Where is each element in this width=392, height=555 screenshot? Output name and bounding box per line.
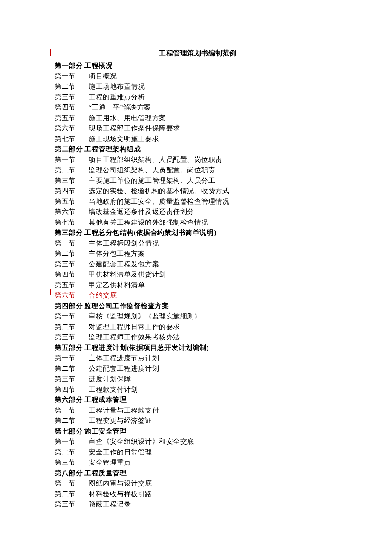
section-row: 第一节审核《监理规划》《监理实施细则》 bbox=[55, 311, 341, 322]
section-label: 第七节 bbox=[55, 134, 89, 145]
part-name: 工程成本管理 bbox=[84, 396, 127, 403]
section-text: 主要施工单位的施工管理架构、人员分工 bbox=[89, 177, 215, 184]
section-text: 材料验收与样板引路 bbox=[89, 490, 152, 497]
section-text: 墙改基金返还条件及返还责任划分 bbox=[89, 208, 194, 215]
part-label: 第二部分 bbox=[55, 144, 83, 155]
part-name: 工程管理架构组成 bbox=[84, 145, 141, 153]
section-label: 第五节 bbox=[55, 113, 89, 124]
section-text: 安全管理重点 bbox=[89, 459, 131, 466]
part-header: 第八部分 工程质量管理 bbox=[55, 468, 341, 479]
section-row: 第二节安全工作的日常管理 bbox=[55, 447, 341, 458]
section-row: 第一节工程计量与工程款支付 bbox=[55, 405, 341, 416]
part-label: 第八部分 bbox=[55, 468, 83, 479]
document-page: 工程管理策划书编制范例 第一部分 工程概况第一节项目概况第二节施工场地布置情况第… bbox=[0, 0, 392, 510]
section-label: 第三节 bbox=[55, 457, 89, 468]
section-label: 第六节 bbox=[55, 207, 89, 217]
section-text: 甲供材料清单及供货计划 bbox=[89, 271, 166, 278]
section-row: 第三节监理工程师工作效果考核办法 bbox=[55, 332, 341, 343]
part-label: 第四部分 bbox=[55, 301, 83, 312]
section-text: “三通一平”解决方案 bbox=[89, 104, 151, 111]
section-label: 第二节 bbox=[55, 416, 89, 426]
section-text: 项目概况 bbox=[89, 72, 117, 80]
section-text: 工程的重难点分析 bbox=[89, 93, 145, 101]
section-label: 第三节 bbox=[55, 176, 89, 186]
section-text: 合约交底 bbox=[89, 292, 117, 299]
section-label: 第一节 bbox=[55, 353, 89, 364]
part-header: 第七部分 施工安全管理 bbox=[55, 426, 341, 437]
section-row: 第三节公建配套工程发包方案 bbox=[55, 259, 341, 270]
section-label: 第二节 bbox=[55, 81, 89, 92]
section-label: 第一节 bbox=[55, 436, 89, 447]
section-text: 监理工程师工作效果考核办法 bbox=[89, 333, 180, 341]
edit-cursor-icon bbox=[50, 49, 51, 56]
section-row: 第二节监理公司组织架构、人员配置、岗位职责 bbox=[55, 165, 341, 176]
section-label: 第二节 bbox=[55, 447, 89, 458]
section-row: 第一节主体工程进度节点计划 bbox=[55, 353, 341, 364]
section-text: 当地政府的施工安全、质量监督检查管理情况 bbox=[89, 198, 229, 205]
part-label: 第一部分 bbox=[55, 61, 83, 71]
section-text: 施工现场文明施工要求 bbox=[89, 135, 159, 142]
section-label: 第一节 bbox=[55, 71, 89, 82]
section-row: 第四节工程款支付计划 bbox=[55, 384, 341, 395]
section-label: 第五节 bbox=[55, 197, 89, 207]
section-row: 第五节当地政府的施工安全、质量监督检查管理情况 bbox=[55, 197, 341, 207]
section-label: 第二节 bbox=[55, 489, 89, 500]
part-header: 第六部分 工程成本管理 bbox=[55, 395, 341, 405]
section-row: 第二节对监理工程师日常工作的要求 bbox=[55, 322, 341, 332]
section-row: 第一节主体工程标段划分情况 bbox=[55, 238, 341, 249]
section-text: 对监理工程师日常工作的要求 bbox=[89, 323, 180, 330]
section-text: 安全工作的日常管理 bbox=[89, 448, 152, 456]
section-row: 第三节安全管理重点 bbox=[55, 457, 341, 468]
document-title: 工程管理策划书编制范例 bbox=[55, 49, 341, 58]
section-text: 工程款支付计划 bbox=[89, 386, 138, 393]
section-label: 第三节 bbox=[55, 259, 89, 270]
section-text: 现场工程部工作条件保障要求 bbox=[89, 124, 180, 132]
section-label: 第二节 bbox=[55, 249, 89, 259]
section-text: 监理公司组织架构、人员配置、岗位职责 bbox=[89, 166, 215, 173]
section-text: 施工场地布置情况 bbox=[89, 83, 145, 90]
section-label: 第四节 bbox=[55, 102, 89, 113]
part-header: 第五部分 工程进度计划(依据项目总开发计划编制) bbox=[55, 343, 341, 353]
section-text: 施工用水、用电管理方案 bbox=[89, 114, 166, 121]
part-name: 工程质量管理 bbox=[84, 469, 127, 477]
part-name: 工程概况 bbox=[84, 62, 112, 69]
section-label: 第六节 bbox=[55, 290, 89, 301]
section-label: 第三节 bbox=[55, 374, 89, 384]
section-text: 审查《安全组织设计》和安全交底 bbox=[89, 438, 194, 445]
section-label: 第一节 bbox=[55, 405, 89, 416]
part-header: 第四部分 监理公司工作监督检查方案 bbox=[55, 301, 341, 312]
section-row: 第三节工程的重难点分析 bbox=[55, 92, 341, 103]
section-row: 第五节施工用水、用电管理方案 bbox=[55, 113, 341, 124]
section-row: 第七节施工现场文明施工要求 bbox=[55, 134, 341, 145]
section-row: 第三节隐蔽工程记录 bbox=[55, 499, 341, 510]
section-text: 主体工程进度节点计划 bbox=[89, 354, 159, 361]
section-row: 第四节选定的实验、检验机构的基本情况、收费方式 bbox=[55, 186, 341, 197]
section-label: 第六节 bbox=[55, 123, 89, 134]
section-text: 甲定乙供材料清单 bbox=[89, 281, 145, 289]
section-label: 第二节 bbox=[55, 322, 89, 332]
section-label: 第二节 bbox=[55, 364, 89, 374]
section-row: 第四节甲供材料清单及供货计划 bbox=[55, 269, 341, 280]
section-row: 第二节材料验收与样板引路 bbox=[55, 489, 341, 500]
part-label: 第三部分 bbox=[55, 228, 83, 238]
section-row: 第一节项目概况 bbox=[55, 71, 341, 82]
section-label: 第三节 bbox=[55, 92, 89, 103]
section-row: 第三节进度计划保障 bbox=[55, 374, 341, 384]
section-label: 第七节 bbox=[55, 217, 89, 228]
section-label: 第三节 bbox=[55, 332, 89, 343]
part-name: 工程进度计划(依据项目总开发计划编制) bbox=[84, 344, 209, 351]
section-row: 第三节主要施工单位的施工管理架构、人员分工 bbox=[55, 176, 341, 186]
part-name: 工程总分包结构(依据合约策划书简单说明） bbox=[84, 229, 220, 236]
section-row: 第四节“三通一平”解决方案 bbox=[55, 102, 341, 113]
section-text: 图纸内审与设计交底 bbox=[89, 480, 152, 487]
section-text: 主体工程标段划分情况 bbox=[89, 240, 159, 247]
section-label: 第一节 bbox=[55, 478, 89, 489]
section-text: 进度计划保障 bbox=[89, 375, 131, 382]
section-label: 第二节 bbox=[55, 165, 89, 176]
part-label: 第五部分 bbox=[55, 343, 83, 353]
section-row: 第五节甲定乙供材料清单 bbox=[55, 280, 341, 291]
section-label: 第一节 bbox=[55, 155, 89, 165]
part-header: 第二部分 工程管理架构组成 bbox=[55, 144, 341, 155]
section-label: 第一节 bbox=[55, 238, 89, 249]
section-row: 第七节其他有关工程建设的外部强制检查情况 bbox=[55, 217, 341, 228]
